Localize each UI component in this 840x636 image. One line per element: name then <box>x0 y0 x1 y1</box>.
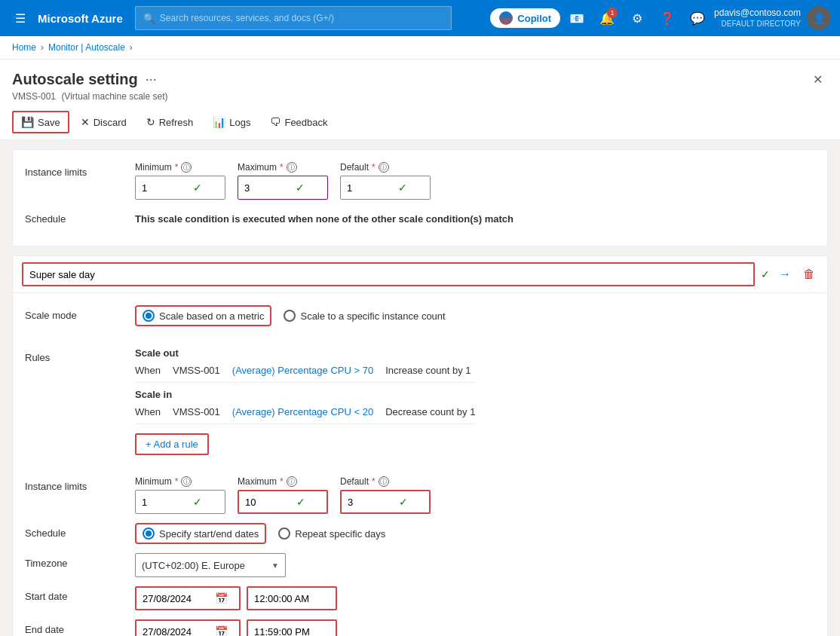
rule-divider-2 <box>135 423 475 424</box>
notification-badge: 1 <box>607 8 618 18</box>
minimum-field: Minimum * ⓘ ✓ <box>135 162 225 200</box>
minimum-input[interactable]: ✓ <box>135 176 225 200</box>
help-button[interactable]: ❓ <box>654 5 681 32</box>
rule-out-action: Increase count by 1 <box>385 365 471 376</box>
start-date-input[interactable]: 📅 <box>135 586 241 610</box>
maximum-check-icon: ✓ <box>296 182 305 194</box>
end-time-input[interactable] <box>247 619 337 636</box>
default-field: Default * ⓘ ✓ <box>340 162 431 200</box>
maximum-input[interactable]: ✓ <box>238 176 328 200</box>
min-condition-field: Minimum * ⓘ ✓ <box>135 476 225 514</box>
close-button[interactable]: ✕ <box>807 69 828 90</box>
rule-out-condition[interactable]: (Average) Percentage CPU > 70 <box>232 365 373 376</box>
scale-specific-label: Scale to a specific instance count <box>300 310 445 322</box>
default-label: Default * ⓘ <box>340 162 431 173</box>
min-condition-value[interactable] <box>142 497 187 508</box>
min-condition-input[interactable]: ✓ <box>135 490 225 514</box>
breadcrumb-sep-2: › <box>130 42 133 53</box>
more-options-button[interactable]: ··· <box>146 72 157 87</box>
logs-icon: 📊 <box>213 116 225 128</box>
default-input[interactable]: ✓ <box>340 176 431 200</box>
end-date-input[interactable]: 📅 <box>135 619 241 636</box>
repeat-days-radio[interactable] <box>278 527 290 540</box>
specify-dates-option[interactable]: Specify start/end dates <box>135 523 266 544</box>
minimum-value[interactable] <box>142 182 187 194</box>
user-info[interactable]: pdavis@contoso.com DEFAULT DIRECTORY 👤 <box>714 6 831 30</box>
max-condition-info[interactable]: ⓘ <box>287 476 297 487</box>
end-time-value[interactable] <box>254 626 322 637</box>
resource-name-out: VMSS-001 <box>173 365 220 376</box>
save-button[interactable]: 💾 Save <box>12 111 69 133</box>
scale-specific-radio[interactable] <box>284 310 296 322</box>
minimum-label: Minimum * ⓘ <box>135 162 225 173</box>
instance-limits-grid: Minimum * ⓘ ✓ Maximum * ⓘ <box>135 162 815 200</box>
end-date-inputs: 📅 <box>135 619 337 636</box>
email-icon-button[interactable]: 📧 <box>563 5 590 32</box>
start-date-label: Start date <box>25 586 123 602</box>
user-avatar[interactable]: 👤 <box>807 6 831 30</box>
timezone-dropdown[interactable]: (UTC+02:00) E. Europe ▼ <box>135 553 286 577</box>
default-check-icon: ✓ <box>398 182 407 194</box>
hamburger-menu[interactable]: ☰ <box>9 8 32 29</box>
save-icon: 💾 <box>21 116 34 128</box>
breadcrumb-sep-1: › <box>41 42 44 53</box>
breadcrumb-home[interactable]: Home <box>12 42 36 53</box>
max-condition-value[interactable] <box>245 497 290 508</box>
search-bar[interactable]: 🔍 Search resources, services, and docs (… <box>135 6 452 30</box>
resource-name: VMSS-001 <box>12 91 56 102</box>
rule-in-condition[interactable]: (Average) Percentage CPU < 20 <box>232 406 373 417</box>
user-email: pdavis@contoso.com <box>714 8 801 20</box>
user-name-block: pdavis@contoso.com DEFAULT DIRECTORY <box>714 8 801 29</box>
start-date-value[interactable] <box>143 593 210 604</box>
default-value[interactable] <box>347 182 392 194</box>
discard-button[interactable]: ✕ Discard <box>72 112 135 133</box>
schedule-description: This scale condition is executed when no… <box>135 209 514 225</box>
schedule-label-default: Schedule <box>25 209 123 225</box>
nav-icons: Copilot 📧 🔔 1 ⚙ ❓ 💬 pdavis@contoso.com D… <box>490 5 831 32</box>
search-placeholder: Search resources, services, and docs (G+… <box>160 13 334 23</box>
settings-button[interactable]: ⚙ <box>624 5 651 32</box>
condition-navigate-icon[interactable]: → <box>776 264 794 284</box>
minimum-info-icon[interactable]: ⓘ <box>181 162 192 173</box>
scale-condition-panel: ✓ → 🗑 Scale mode Scale based on a metric… <box>12 255 828 636</box>
scale-metric-option[interactable]: Scale based on a metric <box>135 305 271 326</box>
logs-button[interactable]: 📊 Logs <box>204 112 259 133</box>
refresh-icon: ↻ <box>146 116 155 128</box>
default-condition-info[interactable]: ⓘ <box>379 476 389 487</box>
specify-dates-radio[interactable] <box>143 527 155 540</box>
scale-out-rule: When VMSS-001 (Average) Percentage CPU >… <box>135 362 475 379</box>
schedule-row-default: Schedule This scale condition is execute… <box>25 209 815 225</box>
add-rule-button[interactable]: + Add a rule <box>135 433 209 455</box>
max-condition-input[interactable]: ✓ <box>238 490 328 514</box>
condition-name-input[interactable] <box>22 262 755 286</box>
min-condition-label: Minimum * ⓘ <box>135 476 225 487</box>
maximum-info-icon[interactable]: ⓘ <box>287 162 297 173</box>
feedback-nav-button[interactable]: 💬 <box>684 5 711 32</box>
feedback-button[interactable]: 🗨 Feedback <box>262 112 336 133</box>
start-time-input[interactable] <box>247 586 337 610</box>
copilot-button[interactable]: Copilot <box>490 8 560 28</box>
default-condition-input[interactable]: ✓ <box>340 490 431 514</box>
resource-subtitle[interactable]: VMSS-001 (Virtual machine scale set) <box>12 91 828 102</box>
scale-mode-label: Scale mode <box>25 305 123 321</box>
end-date-calendar-icon[interactable]: 📅 <box>215 625 228 636</box>
start-time-value[interactable] <box>254 593 322 604</box>
start-date-calendar-icon[interactable]: 📅 <box>215 592 228 604</box>
min-condition-info[interactable]: ⓘ <box>181 476 192 487</box>
end-date-value[interactable] <box>143 626 210 637</box>
breadcrumb-monitor[interactable]: Monitor | Autoscale <box>48 42 125 53</box>
maximum-value[interactable] <box>244 182 290 194</box>
scale-metric-radio[interactable] <box>143 310 155 322</box>
end-date-row: End date 📅 <box>25 619 815 636</box>
repeat-days-option[interactable]: Repeat specific days <box>278 527 385 540</box>
notifications-button[interactable]: 🔔 1 <box>593 5 621 32</box>
condition-delete-icon[interactable]: 🗑 <box>800 264 818 284</box>
add-rule-label: + Add a rule <box>146 439 198 450</box>
scale-specific-option[interactable]: Scale to a specific instance count <box>284 310 445 322</box>
start-date-row: Start date 📅 <box>25 586 815 610</box>
schedule-condition-row: Schedule Specify start/end dates Repeat … <box>25 523 815 544</box>
default-info-icon[interactable]: ⓘ <box>379 162 389 173</box>
maximum-label: Maximum * ⓘ <box>238 162 328 173</box>
default-condition-value[interactable] <box>348 497 393 508</box>
refresh-button[interactable]: ↻ Refresh <box>138 112 202 133</box>
